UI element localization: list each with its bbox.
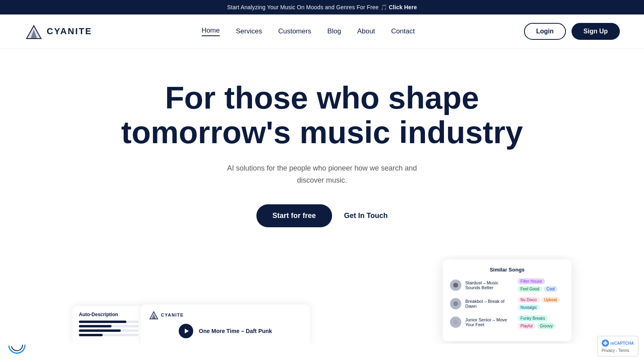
login-button[interactable]: Login: [524, 23, 566, 40]
auto-desc-bar-1: [79, 321, 138, 323]
song-tags-1: Filter House Feel Good Cool: [518, 278, 564, 292]
recaptcha-icon: [602, 339, 609, 344]
nav-home[interactable]: Home: [202, 27, 220, 36]
hero-subtext: AI solutions for the people who pioneer …: [221, 162, 423, 187]
banner-text: Start Analyzing Your Music On Moods and …: [227, 4, 387, 10]
song-row-3: Junior Senior – Move Your Feet Funky Bre…: [450, 315, 564, 329]
music-icon-3: [453, 319, 458, 325]
preview-area: Auto-Description CYANITE One More Time –…: [0, 255, 644, 344]
top-banner: Start Analyzing Your Music On Moods and …: [0, 0, 644, 14]
song-title-1: Stardust – Music Sounds Better: [465, 280, 514, 290]
logo-icon: [24, 22, 43, 41]
song-tags-2: Nu Disco Upbeat Nostalgic: [518, 297, 564, 311]
cyanite-loader: [8, 336, 26, 344]
player-logo-icon: [149, 310, 159, 320]
signup-button[interactable]: Sign Up: [572, 23, 620, 40]
tag-funky-breaks: Funky Breaks: [518, 315, 548, 321]
nav-about[interactable]: About: [357, 27, 375, 35]
song-row-1: Stardust – Music Sounds Better Filter Ho…: [450, 278, 564, 292]
auto-desc-bar-4: [79, 334, 138, 336]
music-icon-1: [453, 282, 458, 288]
hero-buttons: Start for free Get In Touch: [24, 204, 620, 227]
recaptcha-badge: reCAPTCHA Privacy - Terms: [597, 336, 638, 344]
header: CYANITE Home Services Customers Blog Abo…: [0, 14, 644, 49]
auto-desc-label: Auto-Description: [79, 312, 138, 317]
player-logo-row: CYANITE: [149, 310, 302, 320]
nav-contact[interactable]: Contact: [391, 27, 415, 35]
tag-filter-house: Filter House: [518, 278, 545, 284]
nav-customers[interactable]: Customers: [278, 27, 311, 35]
auto-description-card: Auto-Description: [72, 306, 145, 344]
svg-point-10: [453, 320, 458, 325]
svg-point-9: [453, 301, 458, 306]
song-thumb-2: [450, 298, 461, 309]
nav-blog[interactable]: Blog: [327, 27, 341, 35]
song-row-2: Breakbot – Break of Dawn Nu Disco Upbeat…: [450, 297, 564, 311]
svg-marker-7: [185, 329, 189, 333]
similar-songs-card: Similar Songs Stardust – Music Sounds Be…: [443, 259, 572, 341]
nav-buttons: Login Sign Up: [524, 23, 620, 40]
get-in-touch-link[interactable]: Get In Touch: [344, 212, 388, 220]
hero-headline-line2: tomorrow's music industry: [121, 115, 523, 150]
play-icon: [183, 328, 190, 334]
song-tags-3: Funky Breaks Playful Groovy: [518, 315, 564, 329]
banner-cta[interactable]: Click Here: [389, 4, 417, 10]
player-track: One More Time – Daft Punk: [149, 324, 302, 338]
logo-link[interactable]: CYANITE: [24, 22, 92, 41]
similar-songs-title: Similar Songs: [450, 267, 564, 273]
logo-text: CYANITE: [47, 26, 92, 37]
start-for-free-button[interactable]: Start for free: [256, 204, 332, 227]
hero-section: For those who shape tomorrow's music ind…: [0, 49, 644, 243]
track-name: One More Time – Daft Punk: [199, 328, 272, 334]
song-thumb-3: [450, 317, 461, 328]
tag-groovy: Groovy: [537, 323, 555, 329]
tag-playful: Playful: [518, 323, 535, 329]
song-title-3: Junior Senior – Move Your Feet: [465, 317, 514, 327]
song-thumb-1: [450, 280, 461, 291]
play-button[interactable]: [179, 324, 193, 338]
hero-headline: For those who shape tomorrow's music ind…: [101, 81, 543, 150]
hero-headline-line1: For those who shape: [165, 80, 479, 115]
player-card: CYANITE One More Time – Daft Punk: [141, 304, 310, 344]
svg-point-8: [453, 283, 458, 288]
svg-point-13: [11, 339, 23, 344]
auto-desc-bar-3: [79, 329, 138, 332]
music-icon-2: [453, 301, 458, 306]
tag-upbeat: Upbeat: [541, 297, 560, 303]
loader-icon-svg: [8, 336, 26, 344]
song-title-2: Breakbot – Break of Dawn: [465, 299, 514, 309]
tag-feel-good: Feel Good: [518, 286, 542, 292]
player-logo-text: CYANITE: [161, 313, 184, 317]
auto-desc-bar-2: [79, 325, 138, 327]
tag-nu-disco: Nu Disco: [518, 297, 540, 303]
nav-services[interactable]: Services: [236, 27, 262, 35]
tag-cool: Cool: [544, 286, 558, 292]
svg-point-12: [9, 337, 25, 344]
recaptcha-logo: reCAPTCHA: [602, 339, 634, 344]
main-nav: Home Services Customers Blog About Conta…: [202, 27, 415, 36]
tag-nostalgic: Nostalgic: [518, 304, 540, 311]
